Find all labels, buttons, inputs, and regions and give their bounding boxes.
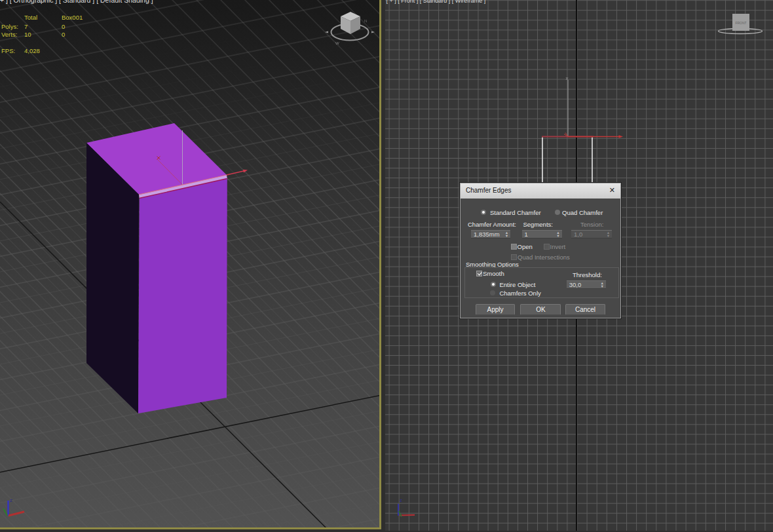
svg-text:W: W (335, 41, 339, 45)
svg-text:z: z (10, 497, 12, 503)
svg-text:N: N (364, 19, 367, 23)
svg-text:FRONT: FRONT (735, 21, 746, 25)
svg-text:z: z (400, 497, 402, 503)
